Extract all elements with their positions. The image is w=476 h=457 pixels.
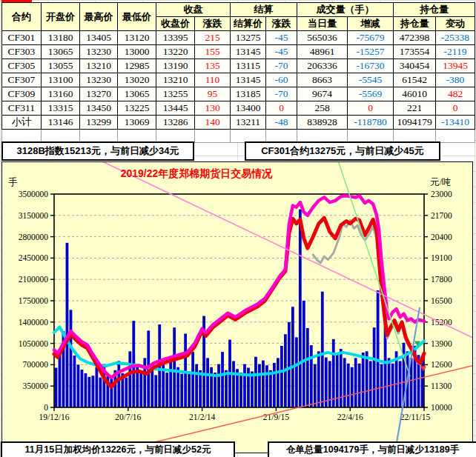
- table-cell[interactable]: 13230: [80, 73, 118, 87]
- table-cell[interactable]: -13410: [436, 116, 475, 130]
- table-cell[interactable]: 13400: [231, 101, 266, 116]
- table-cell[interactable]: 13315: [42, 101, 80, 116]
- table-cell[interactable]: 12985: [118, 59, 156, 73]
- table-cell[interactable]: -118780: [348, 116, 394, 130]
- table-cell[interactable]: 140: [195, 116, 231, 130]
- table-cell[interactable]: 13055: [42, 59, 80, 73]
- table-cell[interactable]: 13270: [80, 87, 118, 101]
- contract-cell[interactable]: CF307: [2, 73, 42, 87]
- table-cell[interactable]: 13100: [42, 73, 80, 87]
- daily-trading-chart[interactable]: 2019/22年度郑棉期货日交易情况 350000031500002800000…: [1, 161, 473, 453]
- table-cell[interactable]: 8663: [297, 73, 348, 87]
- table-cell[interactable]: -70: [266, 87, 297, 101]
- table-cell[interactable]: 155: [195, 45, 231, 59]
- table-cell[interactable]: -45: [266, 31, 297, 45]
- empty-cell[interactable]: [436, 130, 475, 143]
- table-cell[interactable]: 340454: [394, 59, 436, 73]
- table-cell[interactable]: -60: [266, 73, 297, 87]
- table-cell[interactable]: 13120: [118, 31, 156, 45]
- empty-cell[interactable]: [195, 130, 231, 143]
- table-cell[interactable]: 46010: [394, 87, 436, 101]
- table-cell[interactable]: 13299: [80, 116, 118, 130]
- table-cell[interactable]: 221: [394, 101, 436, 116]
- table-cell[interactable]: -5569: [348, 87, 394, 101]
- empty-cell[interactable]: [42, 130, 80, 143]
- empty-cell[interactable]: [118, 130, 156, 143]
- empty-cell[interactable]: [80, 130, 118, 143]
- table-cell[interactable]: 13145: [231, 73, 266, 87]
- cf301-banner[interactable]: CF301合约13275元，与前日减少45元: [245, 141, 440, 161]
- table-cell[interactable]: -70: [266, 59, 297, 73]
- contract-cell[interactable]: CF301: [2, 31, 42, 45]
- table-cell[interactable]: 13069: [118, 116, 156, 130]
- table-cell[interactable]: 13220: [156, 45, 195, 59]
- table-cell[interactable]: -380: [436, 73, 475, 87]
- table-cell[interactable]: -48: [266, 116, 297, 130]
- table-cell[interactable]: 258: [297, 101, 348, 116]
- table-cell[interactable]: 13255: [156, 87, 195, 101]
- table-cell[interactable]: 215: [195, 31, 231, 45]
- table-cell[interactable]: 13450: [80, 101, 118, 116]
- table-cell[interactable]: 13445: [156, 101, 195, 116]
- table-cell[interactable]: 838928: [297, 116, 348, 130]
- empty-cell[interactable]: [266, 130, 297, 143]
- table-cell[interactable]: 565036: [297, 31, 348, 45]
- contract-cell[interactable]: CF305: [2, 59, 42, 73]
- empty-cell[interactable]: [394, 130, 436, 143]
- table-cell[interactable]: 135: [195, 59, 231, 73]
- empty-cell[interactable]: [231, 130, 266, 143]
- table-cell[interactable]: -2119: [436, 45, 475, 59]
- table-cell[interactable]: 206336: [297, 59, 348, 73]
- table-cell[interactable]: 13000: [118, 45, 156, 59]
- table-cell[interactable]: 48961: [297, 45, 348, 59]
- table-cell[interactable]: 13020: [118, 73, 156, 87]
- table-cell[interactable]: 9674: [297, 87, 348, 101]
- table-cell[interactable]: 13211: [231, 116, 266, 130]
- table-cell[interactable]: 13275: [231, 31, 266, 45]
- table-cell[interactable]: 13146: [42, 116, 80, 130]
- table-cell[interactable]: 130: [195, 101, 231, 116]
- weighted-average-banner[interactable]: 11月15日加权均价13226元，与前日减少52元: [1, 441, 235, 457]
- warehouse-receipt-banner[interactable]: 仓单总量1094179手，与前日减少13189手: [268, 441, 476, 457]
- table-cell[interactable]: 13065: [118, 87, 156, 101]
- contract-cell[interactable]: CF309: [2, 87, 42, 101]
- empty-cell[interactable]: [297, 130, 348, 143]
- table-cell[interactable]: 61542: [394, 73, 436, 87]
- table-cell[interactable]: 13180: [42, 31, 80, 45]
- table-cell[interactable]: 472398: [394, 31, 436, 45]
- empty-cell[interactable]: [348, 130, 394, 143]
- empty-cell[interactable]: [2, 130, 42, 143]
- table-cell[interactable]: 13210: [80, 59, 118, 73]
- table-cell[interactable]: 0: [436, 101, 475, 116]
- table-cell[interactable]: 13190: [156, 59, 195, 73]
- table-cell[interactable]: 13210: [156, 73, 195, 87]
- table-cell[interactable]: 95: [195, 87, 231, 101]
- table-cell[interactable]: 13065: [42, 45, 80, 59]
- table-cell[interactable]: 13185: [231, 87, 266, 101]
- table-cell[interactable]: 13160: [42, 87, 80, 101]
- table-cell[interactable]: 0: [266, 101, 297, 116]
- table-cell[interactable]: 13225: [118, 101, 156, 116]
- contract-cell[interactable]: CF303: [2, 45, 42, 59]
- table-cell[interactable]: 13405: [80, 31, 118, 45]
- table-cell[interactable]: 13115: [231, 59, 266, 73]
- table-cell[interactable]: 13145: [231, 45, 266, 59]
- table-cell[interactable]: 13286: [156, 116, 195, 130]
- table-cell[interactable]: -75679: [348, 31, 394, 45]
- contract-cell[interactable]: 小计: [2, 116, 42, 130]
- table-cell[interactable]: -16730: [348, 59, 394, 73]
- table-cell[interactable]: 0: [348, 101, 394, 116]
- table-cell[interactable]: 482: [436, 87, 475, 101]
- table-cell[interactable]: 173554: [394, 45, 436, 59]
- table-cell[interactable]: 110: [195, 73, 231, 87]
- table-cell[interactable]: -15257: [348, 45, 394, 59]
- table-cell[interactable]: 13395: [156, 31, 195, 45]
- empty-cell[interactable]: [156, 130, 195, 143]
- table-cell[interactable]: -45: [266, 45, 297, 59]
- table-cell[interactable]: -5545: [348, 73, 394, 87]
- table-cell[interactable]: -25338: [436, 31, 475, 45]
- index-3128b-banner[interactable]: 3128B指数15213元，与前日减少34元: [1, 141, 194, 161]
- contract-cell[interactable]: CF311: [2, 101, 42, 116]
- table-cell[interactable]: 1094179: [394, 116, 436, 130]
- table-cell[interactable]: 13230: [80, 45, 118, 59]
